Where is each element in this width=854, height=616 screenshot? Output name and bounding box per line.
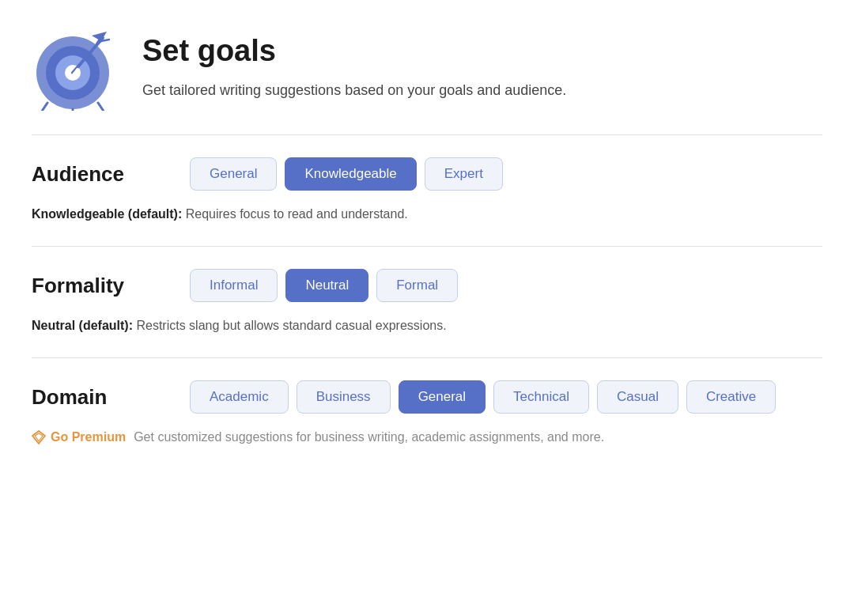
domain-general-button[interactable]: General: [399, 380, 486, 414]
svg-line-6: [40, 103, 47, 111]
audience-description: Knowledgeable (default): Requires focus …: [32, 205, 822, 224]
svg-line-7: [98, 103, 106, 111]
formality-label: Formality: [32, 274, 158, 298]
domain-top: Domain Academic Business General Technic…: [32, 380, 822, 414]
audience-buttons: General Knowledgeable Expert: [190, 157, 503, 191]
header-subtitle: Get tailored writing suggestions based o…: [142, 80, 822, 101]
formality-description: Neutral (default): Restricts slang but a…: [32, 316, 822, 335]
domain-buttons: Academic Business General Technical Casu…: [190, 380, 776, 414]
header-text: Set goals Get tailored writing suggestio…: [142, 33, 822, 102]
formality-informal-button[interactable]: Informal: [190, 269, 278, 302]
go-premium-link[interactable]: Go Premium: [32, 430, 126, 444]
domain-creative-button[interactable]: Creative: [686, 380, 776, 414]
domain-academic-button[interactable]: Academic: [190, 380, 289, 414]
formality-section: Formality Informal Neutral Formal Neutra…: [32, 247, 822, 358]
formality-description-bold: Neutral (default):: [32, 319, 133, 332]
domain-business-button[interactable]: Business: [297, 380, 391, 414]
formality-description-rest: Restricts slang but allows standard casu…: [133, 319, 447, 332]
premium-row: Go Premium Get customized suggestions fo…: [32, 428, 822, 447]
formality-buttons: Informal Neutral Formal: [190, 269, 458, 302]
audience-top: Audience General Knowledgeable Expert: [32, 157, 822, 191]
domain-casual-button[interactable]: Casual: [597, 380, 678, 414]
header-section: Set goals Get tailored writing suggestio…: [32, 24, 822, 135]
audience-description-rest: Requires focus to read and understand.: [182, 207, 408, 221]
formality-formal-button[interactable]: Formal: [376, 269, 458, 302]
page-title: Set goals: [142, 33, 822, 70]
formality-neutral-button[interactable]: Neutral: [285, 269, 368, 302]
formality-top: Formality Informal Neutral Formal: [32, 269, 822, 302]
audience-knowledgeable-button[interactable]: Knowledgeable: [285, 157, 416, 191]
diamond-icon: [32, 430, 46, 444]
domain-section: Domain Academic Business General Technic…: [32, 358, 822, 463]
domain-label: Domain: [32, 385, 158, 410]
target-icon: [32, 24, 119, 111]
page-container: Set goals Get tailored writing suggestio…: [0, 0, 854, 478]
audience-expert-button[interactable]: Expert: [425, 157, 503, 191]
audience-section: Audience General Knowledgeable Expert Kn…: [32, 135, 822, 247]
audience-label: Audience: [32, 162, 158, 187]
audience-general-button[interactable]: General: [190, 157, 277, 191]
premium-description: Get customized suggestions for business …: [134, 428, 604, 447]
go-premium-label: Go Premium: [51, 430, 126, 444]
audience-description-bold: Knowledgeable (default):: [32, 207, 182, 221]
domain-technical-button[interactable]: Technical: [493, 380, 589, 414]
